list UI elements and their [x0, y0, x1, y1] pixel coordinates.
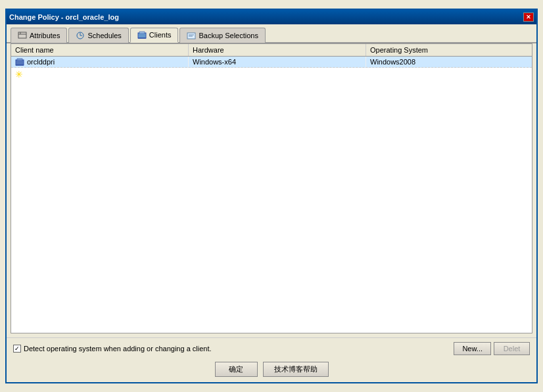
- table-body: orclddpri Windows-x64 Windows2008 ✳: [11, 57, 532, 333]
- clients-icon: [137, 30, 147, 39]
- detect-os-checkbox-label[interactable]: Detect operating system when adding or c…: [13, 345, 212, 353]
- client-icon: [15, 58, 24, 66]
- cell-os: Windows2008: [366, 57, 532, 67]
- cell-client-name: orclddpri: [11, 57, 189, 67]
- title-bar-controls: ✕: [523, 12, 534, 22]
- tab-clients-label: Clients: [149, 31, 172, 39]
- add-row: ✳: [11, 68, 532, 81]
- tab-attributes-label: Attributes: [30, 32, 60, 39]
- bottom-bar: Detect operating system when adding or c…: [7, 337, 536, 359]
- tab-attributes[interactable]: Attributes: [11, 28, 67, 43]
- schedules-icon: [76, 31, 85, 40]
- table-row[interactable]: orclddpri Windows-x64 Windows2008: [11, 57, 532, 68]
- cell-hardware: Windows-x64: [189, 57, 366, 67]
- cancel-button[interactable]: 技术博客帮助: [263, 362, 329, 377]
- backup-icon: [187, 31, 196, 40]
- main-window: Change Policy - orcl_oracle_log ✕ Attrib…: [5, 9, 538, 383]
- tab-backup-selections[interactable]: Backup Selections: [179, 28, 266, 43]
- content-area: Client name Hardware Operating System or…: [11, 43, 532, 333]
- new-button[interactable]: New...: [454, 342, 491, 355]
- ok-button[interactable]: 确定: [215, 362, 258, 377]
- delete-button[interactable]: Delet: [494, 342, 530, 355]
- svg-rect-7: [139, 32, 145, 34]
- close-button[interactable]: ✕: [523, 12, 534, 22]
- col-client-name: Client name: [11, 44, 189, 56]
- attributes-icon: [18, 31, 27, 40]
- svg-rect-13: [17, 59, 22, 61]
- tab-clients[interactable]: Clients: [130, 28, 179, 43]
- title-bar: Change Policy - orcl_oracle_log ✕: [7, 10, 536, 24]
- bottom-right: New... Delet: [454, 342, 530, 355]
- window-title: Change Policy - orcl_oracle_log: [9, 13, 119, 21]
- add-icon: ✳: [15, 69, 23, 80]
- tab-backup-label: Backup Selections: [199, 32, 258, 39]
- detect-os-label: Detect operating system when adding or c…: [24, 345, 212, 353]
- tab-schedules-label: Schedules: [87, 32, 121, 39]
- tabs-container: Attributes Schedules Clients: [7, 24, 536, 43]
- svg-rect-0: [18, 32, 26, 38]
- bottom-left: Detect operating system when adding or c…: [13, 345, 212, 353]
- col-hardware: Hardware: [189, 44, 366, 56]
- table-header: Client name Hardware Operating System: [11, 44, 532, 57]
- tab-schedules[interactable]: Schedules: [68, 28, 128, 43]
- col-os: Operating System: [366, 44, 532, 56]
- detect-os-checkbox[interactable]: [13, 345, 21, 353]
- footer-buttons: 确定 技术博客帮助: [7, 359, 536, 382]
